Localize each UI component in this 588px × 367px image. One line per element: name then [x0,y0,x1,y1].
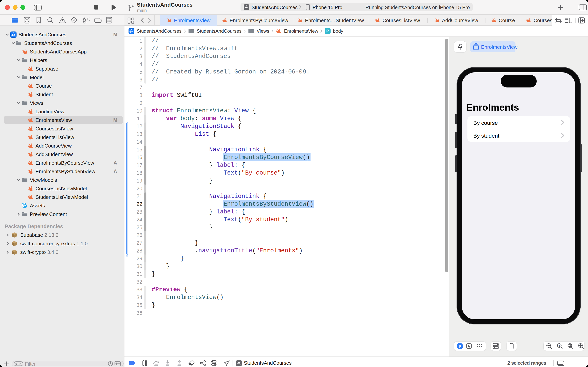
svg-text:1: 1 [558,344,560,347]
